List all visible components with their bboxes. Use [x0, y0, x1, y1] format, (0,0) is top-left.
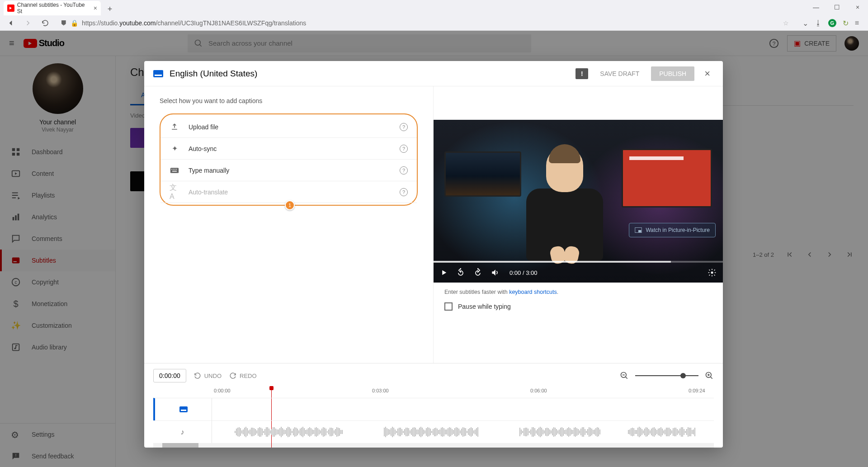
timeline-panel: 0:00:00 UNDO REDO 0:00:00 0:03:00 0:06:0…: [144, 363, 723, 448]
video-controls: 0:00 / 3:00: [434, 263, 723, 283]
back-button[interactable]: [5, 17, 17, 29]
caption-options-highlight: Upload file ? ✦ Auto-sync ? Type manuall…: [160, 113, 418, 206]
subtitle-editor-modal: English (United States) ! SAVE DRAFT PUB…: [144, 61, 723, 448]
window-minimize-button[interactable]: —: [806, 0, 826, 14]
keyboard-shortcuts-link[interactable]: keyboard shortcuts: [509, 289, 557, 295]
audio-track-lane[interactable]: [212, 420, 714, 443]
waveform: [628, 427, 695, 437]
feedback-button[interactable]: !: [576, 68, 588, 79]
timeline-scrollbar[interactable]: [153, 443, 714, 448]
redo-button[interactable]: REDO: [229, 372, 257, 380]
pause-while-typing-checkbox[interactable]: [444, 302, 453, 311]
monitor-right: [622, 149, 712, 208]
svg-rect-19: [171, 169, 172, 170]
close-button[interactable]: ×: [701, 66, 714, 81]
publish-button[interactable]: PUBLISH: [651, 66, 694, 81]
sparkle-icon: ✦: [170, 144, 179, 153]
video-preview[interactable]: Watch in Picture-in-Picture 0:00 / 3:00: [434, 120, 723, 283]
new-tab-button[interactable]: +: [104, 3, 116, 15]
settings-icon[interactable]: [708, 268, 717, 277]
video-frame: [434, 120, 723, 283]
option-auto-sync[interactable]: ✦ Auto-sync ?: [160, 138, 417, 160]
help-icon[interactable]: ?: [400, 123, 408, 131]
svg-rect-21: [175, 169, 175, 170]
grammarly-icon[interactable]: G: [828, 19, 836, 27]
tab-title: Channel subtitles - YouTube St: [17, 2, 91, 14]
forward-button[interactable]: [22, 17, 34, 29]
picture-in-picture-button[interactable]: Watch in Picture-in-Picture: [629, 223, 716, 237]
window-close-button[interactable]: ×: [847, 0, 868, 14]
browser-tab[interactable]: Channel subtitles - YouTube St ×: [4, 1, 101, 15]
svg-rect-25: [638, 230, 641, 232]
extension-icon[interactable]: ↻: [843, 19, 849, 28]
address-bar[interactable]: ⛊ 🔒 https://studio.youtube.com/channel/U…: [56, 16, 793, 30]
help-icon[interactable]: ?: [400, 166, 408, 175]
timecode-input[interactable]: 0:00:00: [153, 369, 186, 382]
svg-rect-23: [172, 170, 177, 171]
option-auto-translate: 文A Auto-translate ?: [160, 181, 417, 203]
zoom-slider[interactable]: [635, 375, 698, 376]
forward-10-icon[interactable]: [473, 268, 482, 277]
track-subtitles-toggle[interactable]: [153, 398, 212, 420]
app-menu-icon[interactable]: ≡: [855, 19, 859, 27]
tab-close-icon[interactable]: ×: [94, 5, 97, 12]
monitor-left: [444, 151, 521, 197]
instruction-text: Select how you want to add captions: [160, 97, 418, 104]
pocket-icon[interactable]: ⌄: [802, 19, 808, 28]
subtitles-icon: [153, 70, 163, 77]
browser-chrome: Channel subtitles - YouTube St × + — ☐ ×…: [0, 0, 868, 31]
svg-point-26: [711, 272, 713, 274]
option-upload-file[interactable]: Upload file ?: [160, 116, 417, 138]
zoom-in-icon[interactable]: [705, 371, 714, 380]
time-display: 0:00 / 3:00: [509, 269, 537, 276]
help-icon[interactable]: ?: [400, 188, 408, 196]
volume-icon[interactable]: [491, 268, 500, 277]
timeline-ruler[interactable]: 0:00:00 0:03:00 0:06:00 0:09:24: [212, 387, 714, 398]
keyboard-hint: Enter subtitles faster with keyboard sho…: [444, 289, 723, 295]
help-icon[interactable]: ?: [400, 145, 408, 153]
save-draft-button[interactable]: SAVE DRAFT: [594, 66, 645, 81]
rewind-10-icon[interactable]: [456, 268, 465, 277]
zoom-out-icon[interactable]: [620, 371, 629, 380]
reload-button[interactable]: [39, 17, 52, 29]
svg-rect-18: [170, 168, 179, 173]
window-maximize-button[interactable]: ☐: [826, 0, 847, 14]
track-audio-toggle[interactable]: ♪: [153, 420, 212, 443]
annotation-badge: 1: [285, 200, 295, 210]
waveform: [235, 427, 343, 437]
bookmark-star-icon[interactable]: ☆: [783, 19, 789, 27]
downloads-icon[interactable]: ⭳: [815, 19, 822, 27]
waveform: [384, 427, 478, 437]
undo-button[interactable]: UNDO: [193, 372, 222, 380]
upload-icon: [170, 123, 179, 132]
keyboard-icon: [170, 167, 179, 174]
option-type-manually[interactable]: Type manually ?: [160, 160, 417, 181]
youtube-favicon: [7, 5, 14, 12]
modal-title: English (United States): [170, 69, 257, 79]
seek-bar[interactable]: [434, 261, 723, 263]
svg-rect-20: [173, 169, 174, 170]
waveform: [519, 427, 600, 437]
play-icon[interactable]: [440, 269, 448, 277]
svg-rect-22: [176, 169, 177, 170]
translate-icon: 文A: [170, 183, 179, 201]
url-text: https://studio.youtube.com/channel/UC3Iu…: [82, 19, 306, 27]
pause-while-typing-label: Pause while typing: [458, 303, 511, 310]
lock-icon: 🔒: [71, 19, 78, 27]
shield-icon: ⛊: [61, 19, 67, 27]
subtitle-track-lane[interactable]: [212, 398, 714, 420]
